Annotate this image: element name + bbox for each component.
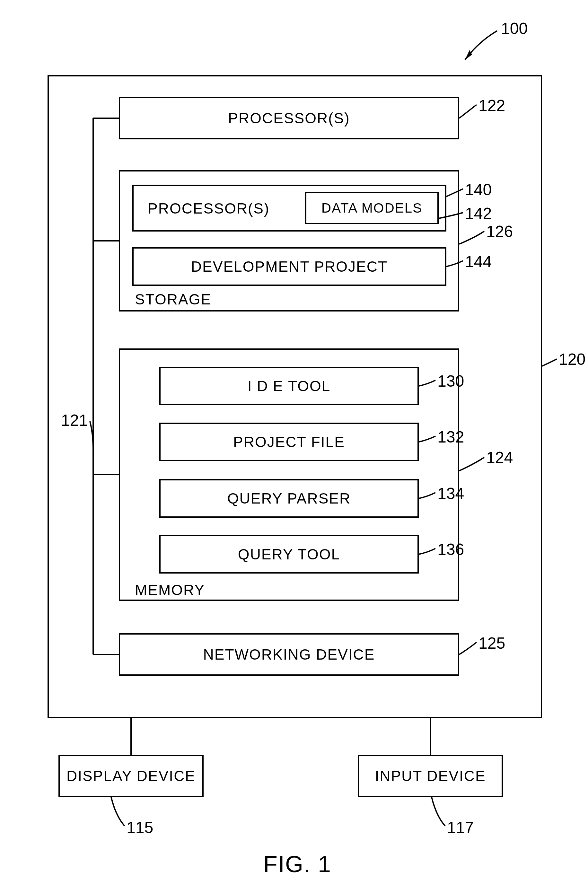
ref-120: 120 — [559, 350, 585, 369]
storage-label: STORAGE — [135, 291, 211, 308]
ref-144: 144 — [465, 252, 492, 271]
memory-label: MEMORY — [135, 581, 205, 599]
figure-caption: FIG. 1 — [263, 851, 332, 877]
ref-126: 126 — [486, 222, 513, 241]
input-device-box: INPUT DEVICE — [358, 755, 503, 797]
ref-125: 125 — [479, 634, 505, 652]
ref-142: 142 — [465, 204, 492, 223]
query-tool-box: QUERY TOOL — [159, 535, 419, 573]
ref-117: 117 — [447, 818, 474, 837]
svg-marker-0 — [465, 50, 472, 60]
ref-122: 122 — [479, 96, 505, 115]
ref-100: 100 — [501, 19, 527, 38]
ref-136: 136 — [437, 540, 464, 559]
query-parser-box: QUERY PARSER — [159, 479, 419, 518]
project-file-box: PROJECT FILE — [159, 423, 419, 461]
ref-134: 134 — [437, 484, 464, 503]
ref-115: 115 — [127, 818, 153, 837]
display-device-box: DISPLAY DEVICE — [58, 755, 204, 797]
ref-132: 132 — [437, 428, 464, 446]
ref-121: 121 — [61, 411, 88, 430]
ide-tool-box: I D E TOOL — [159, 367, 419, 405]
data-models-box: DATA MODELS — [305, 192, 439, 224]
storage-processor-label: PROCESSOR(S) — [148, 200, 270, 217]
dev-project-box: DEVELOPMENT PROJECT — [132, 247, 446, 286]
ref-124: 124 — [486, 448, 513, 467]
ref-140: 140 — [465, 181, 492, 199]
networking-box: NETWORKING DEVICE — [119, 633, 459, 676]
ref-130: 130 — [437, 372, 464, 390]
processor-box: PROCESSOR(S) — [119, 97, 459, 140]
figure-canvas: PROCESSOR(S) STORAGE DATA MODELS PROCESS… — [0, 0, 588, 895]
